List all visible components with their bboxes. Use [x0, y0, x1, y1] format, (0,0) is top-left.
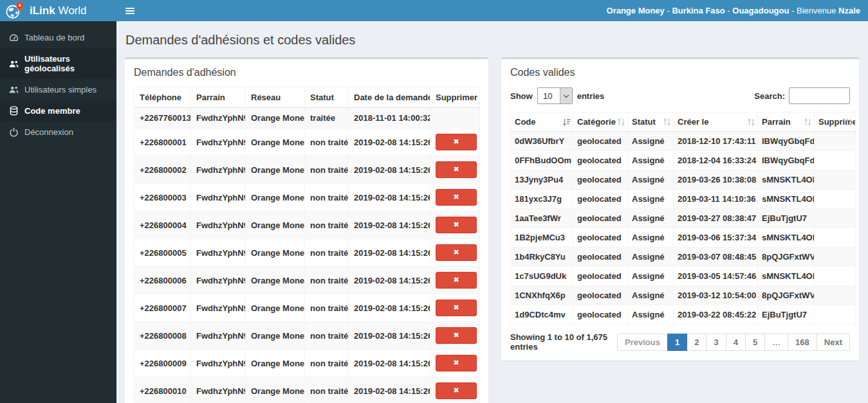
cell-creer-le: 2019-03-05 14:57:46	[674, 267, 758, 286]
cell-creer-le: 2019-03-22 08:45:22	[674, 305, 758, 325]
column-header-sortable[interactable]: Code	[511, 112, 573, 132]
sort-both-icon	[617, 118, 625, 126]
cell-code: 0dW36UfbrY	[511, 132, 573, 151]
sidebar-item-simple-users[interactable]: Utilisateurs simples	[0, 79, 116, 100]
cell-parrain: EjBuTjgtU7	[758, 209, 815, 228]
pagination-page-4[interactable]: 4	[726, 334, 746, 351]
table-row: +226800008FwdhzYphN9Orange Moneynon trai…	[134, 322, 480, 350]
column-header: Réseau	[246, 87, 305, 108]
power-icon	[9, 127, 19, 137]
cell-creer-le: 2019-03-07 08:48:45	[674, 247, 758, 267]
cell-phone: +226800001	[134, 129, 191, 156]
pagination-next[interactable]: Next	[817, 334, 850, 351]
column-header-sortable[interactable]: Statut	[628, 112, 674, 132]
cell-date: 2019-02-08 14:15:26	[349, 377, 430, 403]
search-input[interactable]	[789, 87, 850, 104]
cell-phone: +226800010	[134, 377, 191, 403]
sidebar-item-dashboard[interactable]: Tableau de bord	[0, 27, 116, 48]
main-content: Demandes d'adhésions et codes valides De…	[116, 21, 868, 403]
navbar-user-info: Orange Money - Burkina Faso - Ouagadougo…	[607, 0, 860, 21]
cell-date: 2019-02-08 14:15:26	[349, 322, 430, 350]
sidebar-item-geolocated-users[interactable]: Utilisateurs géolocalisés	[0, 48, 116, 79]
column-header: Supprimer	[430, 87, 480, 108]
dashboard-icon	[9, 33, 19, 42]
column-header-sortable[interactable]: Supprimer	[815, 112, 856, 132]
cell-supprimer	[815, 305, 856, 325]
cell-phone: +226800009	[134, 350, 191, 377]
delete-request-button[interactable]: ✖	[436, 189, 477, 206]
brand-rest: World	[58, 4, 86, 17]
pagination-previous: Previous	[617, 334, 668, 351]
sort-both-icon	[747, 118, 755, 126]
delete-request-button[interactable]: ✖	[436, 134, 477, 150]
cell-date: 2019-02-08 14:15:26	[349, 294, 430, 322]
cell-statut: non traitée	[305, 350, 349, 377]
cell-parrain: sMNSKTL4OR	[758, 267, 815, 286]
sidebar-toggle-button[interactable]	[116, 0, 143, 21]
show-label: Show	[510, 91, 533, 101]
delete-request-button[interactable]: ✖	[436, 355, 477, 372]
cell-reseau: Orange Money	[246, 129, 305, 156]
pagination-page-3[interactable]: 3	[706, 334, 726, 351]
cell-parrain: sMNSKTL4OR	[758, 190, 815, 209]
table-row: +226800002FwdhzYphN9Orange Moneynon trai…	[134, 156, 480, 184]
delete-request-button[interactable]: ✖	[436, 272, 477, 289]
column-header-sortable[interactable]: Parrain	[758, 112, 815, 132]
cell-parrain: FwdhzYphN9	[191, 377, 246, 403]
pagination-page-168[interactable]: 168	[788, 334, 817, 351]
cell-supprimer: ✖	[430, 239, 480, 267]
pagination-page-1[interactable]: 1	[667, 334, 687, 351]
pagination-page-2[interactable]: 2	[687, 334, 706, 351]
entries-label: entries	[577, 91, 605, 101]
panel-valid-codes: Codes valides Show 10 entries Search:	[501, 57, 859, 361]
cell-parrain: IBWqyGbqFd	[758, 132, 815, 151]
cell-phone: +226800003	[134, 184, 191, 211]
app-logo[interactable]: $ iLink World	[0, 0, 116, 21]
cell-statut: non traitée	[305, 294, 349, 322]
column-header-sortable[interactable]: Catégorie	[573, 112, 628, 132]
cell-categorie: geolocated	[573, 209, 628, 228]
cell-categorie: geolocated	[573, 190, 628, 209]
cell-statut: non traitée	[305, 184, 349, 211]
column-header: Statut	[305, 87, 349, 108]
cell-reseau: Orange Money	[246, 267, 305, 294]
cell-code: 181yxc3J7g	[511, 190, 573, 209]
cell-supprimer: ✖	[430, 294, 480, 322]
sort-both-icon	[804, 118, 812, 126]
cell-creer-le: 2019-03-12 10:54:00	[674, 286, 758, 305]
navbar-greeting: Bienvenue	[797, 6, 838, 15]
navbar-city: Ouagadougou	[732, 6, 789, 15]
cell-reseau: Orange Money	[246, 350, 305, 377]
cell-creer-le: 2019-03-11 14:10:36	[674, 190, 758, 209]
delete-request-button[interactable]: ✖	[436, 161, 477, 178]
column-header-sortable[interactable]: Créer le	[674, 112, 758, 132]
brand-title: iLink World	[30, 4, 87, 17]
database-icon	[9, 106, 19, 116]
sidebar-item-member-code[interactable]: Code membre	[0, 100, 116, 121]
top-navbar: Orange Money - Burkina Faso - Ouagadougo…	[116, 0, 868, 21]
cell-code: 1aaTee3fWr	[511, 209, 573, 228]
cell-statut: Assigné	[628, 286, 674, 305]
cell-categorie: geolocated	[573, 247, 628, 267]
cell-date: 2019-02-08 14:15:26	[349, 211, 430, 239]
sidebar-item-label: Tableau de bord	[24, 33, 84, 42]
delete-request-button[interactable]: ✖	[436, 300, 477, 316]
cell-categorie: geolocated	[573, 305, 628, 325]
page-size-select[interactable]: 10	[538, 88, 572, 103]
pagination-page-5[interactable]: 5	[745, 334, 765, 351]
cell-date: 2019-02-08 14:15:26	[349, 156, 430, 184]
cell-phone: +22677600139	[134, 108, 191, 129]
delete-request-button[interactable]: ✖	[436, 327, 477, 344]
cell-supprimer	[815, 209, 856, 228]
sidebar-item-label: Déconnexion	[24, 127, 73, 137]
delete-request-button[interactable]: ✖	[436, 244, 477, 261]
delete-request-button[interactable]: ✖	[436, 217, 477, 233]
table-row: +226800006FwdhzYphN9Orange Moneynon trai…	[134, 267, 480, 294]
sidebar-item-logout[interactable]: Déconnexion	[0, 121, 116, 143]
cell-parrain: FwdhzYphN9	[191, 184, 246, 211]
table-row: 0dW36UfbrYgeolocatedAssigné2018-12-10 17…	[511, 132, 856, 151]
table-row: 181yxc3J7ggeolocatedAssigné2019-03-11 14…	[511, 190, 856, 209]
cell-creer-le: 2019-03-26 10:38:08	[674, 170, 758, 190]
cell-code: 1B2pjeMCu3	[511, 228, 573, 247]
delete-request-button[interactable]: ✖	[436, 382, 477, 399]
